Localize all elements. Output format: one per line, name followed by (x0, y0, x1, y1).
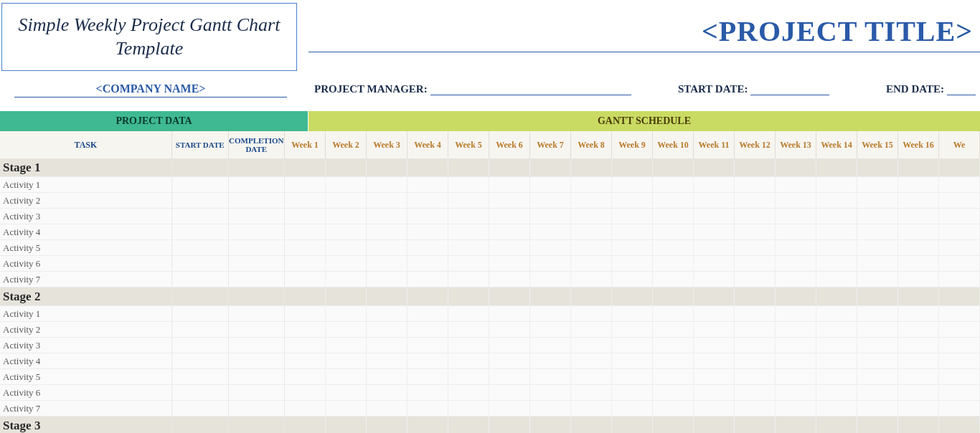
start-date-cell[interactable] (172, 240, 228, 255)
completion-date-cell[interactable] (229, 272, 285, 287)
gantt-cell[interactable] (530, 417, 571, 433)
gantt-cell[interactable] (735, 338, 776, 353)
gantt-cell[interactable] (326, 256, 367, 271)
gantt-cell[interactable] (571, 385, 612, 400)
gantt-cell[interactable] (857, 240, 898, 255)
gantt-cell[interactable] (448, 417, 489, 433)
gantt-cell[interactable] (857, 256, 898, 271)
task-cell[interactable]: Activity 3 (0, 209, 172, 224)
gantt-cell[interactable] (448, 177, 489, 192)
completion-date-cell[interactable] (229, 193, 285, 208)
gantt-cell[interactable] (285, 158, 326, 176)
end-date-input[interactable] (947, 82, 976, 95)
gantt-cell[interactable] (939, 272, 980, 287)
gantt-cell[interactable] (939, 240, 980, 255)
gantt-cell[interactable] (857, 353, 898, 368)
gantt-cell[interactable] (776, 224, 816, 239)
gantt-cell[interactable] (816, 193, 857, 208)
task-cell[interactable]: Stage 1 (0, 158, 172, 176)
gantt-cell[interactable] (694, 338, 735, 353)
gantt-cell[interactable] (939, 385, 980, 400)
gantt-cell[interactable] (407, 338, 448, 353)
gantt-cell[interactable] (448, 353, 489, 368)
gantt-cell[interactable] (776, 209, 816, 224)
gantt-cell[interactable] (857, 385, 898, 400)
gantt-cell[interactable] (530, 158, 571, 176)
gantt-cell[interactable] (857, 417, 898, 433)
gantt-cell[interactable] (612, 193, 653, 208)
task-cell[interactable]: Activity 4 (0, 224, 172, 239)
gantt-cell[interactable] (735, 272, 776, 287)
gantt-cell[interactable] (448, 209, 489, 224)
gantt-cell[interactable] (571, 287, 612, 305)
gantt-cell[interactable] (367, 306, 407, 321)
start-date-cell[interactable] (172, 209, 228, 224)
gantt-cell[interactable] (571, 193, 612, 208)
gantt-cell[interactable] (939, 338, 980, 353)
completion-date-cell[interactable] (229, 224, 285, 239)
gantt-cell[interactable] (285, 417, 326, 433)
gantt-cell[interactable] (898, 322, 939, 337)
gantt-cell[interactable] (448, 158, 489, 176)
gantt-cell[interactable] (653, 193, 694, 208)
gantt-cell[interactable] (571, 272, 612, 287)
gantt-cell[interactable] (285, 256, 326, 271)
gantt-cell[interactable] (571, 177, 612, 192)
gantt-cell[interactable] (776, 256, 816, 271)
gantt-cell[interactable] (898, 417, 939, 433)
gantt-cell[interactable] (653, 224, 694, 239)
gantt-cell[interactable] (326, 177, 367, 192)
gantt-cell[interactable] (571, 401, 612, 416)
gantt-cell[interactable] (816, 338, 857, 353)
gantt-cell[interactable] (571, 209, 612, 224)
gantt-cell[interactable] (326, 272, 367, 287)
start-date-cell[interactable] (172, 417, 228, 433)
gantt-cell[interactable] (898, 369, 939, 384)
activity-row[interactable]: Activity 3 (0, 209, 980, 224)
gantt-cell[interactable] (857, 287, 898, 305)
gantt-cell[interactable] (653, 158, 694, 176)
gantt-cell[interactable] (816, 369, 857, 384)
gantt-cell[interactable] (612, 209, 653, 224)
gantt-cell[interactable] (857, 224, 898, 239)
activity-row[interactable]: Activity 7 (0, 272, 980, 287)
gantt-cell[interactable] (571, 417, 612, 433)
gantt-cell[interactable] (653, 256, 694, 271)
gantt-cell[interactable] (816, 224, 857, 239)
gantt-cell[interactable] (530, 256, 571, 271)
gantt-cell[interactable] (489, 369, 530, 384)
gantt-cell[interactable] (816, 385, 857, 400)
gantt-cell[interactable] (489, 401, 530, 416)
completion-date-cell[interactable] (229, 209, 285, 224)
gantt-cell[interactable] (776, 158, 816, 176)
completion-date-cell[interactable] (229, 401, 285, 416)
gantt-cell[interactable] (735, 401, 776, 416)
gantt-cell[interactable] (489, 287, 530, 305)
gantt-cell[interactable] (694, 401, 735, 416)
task-cell[interactable]: Activity 1 (0, 306, 172, 321)
completion-date-cell[interactable] (229, 417, 285, 433)
gantt-cell[interactable] (367, 256, 407, 271)
gantt-cell[interactable] (407, 224, 448, 239)
completion-date-cell[interactable] (229, 256, 285, 271)
gantt-cell[interactable] (530, 224, 571, 239)
gantt-cell[interactable] (653, 177, 694, 192)
start-date-cell[interactable] (172, 353, 228, 368)
gantt-cell[interactable] (285, 385, 326, 400)
gantt-cell[interactable] (326, 306, 367, 321)
gantt-cell[interactable] (489, 256, 530, 271)
gantt-cell[interactable] (898, 209, 939, 224)
activity-row[interactable]: Activity 6 (0, 385, 980, 401)
gantt-cell[interactable] (735, 353, 776, 368)
gantt-cell[interactable] (285, 177, 326, 192)
gantt-cell[interactable] (407, 177, 448, 192)
gantt-cell[interactable] (530, 240, 571, 255)
start-date-cell[interactable] (172, 287, 228, 305)
gantt-cell[interactable] (653, 385, 694, 400)
task-cell[interactable]: Activity 2 (0, 322, 172, 337)
gantt-cell[interactable] (285, 224, 326, 239)
gantt-cell[interactable] (898, 385, 939, 400)
gantt-cell[interactable] (857, 209, 898, 224)
gantt-cell[interactable] (489, 158, 530, 176)
start-date-cell[interactable] (172, 256, 228, 271)
